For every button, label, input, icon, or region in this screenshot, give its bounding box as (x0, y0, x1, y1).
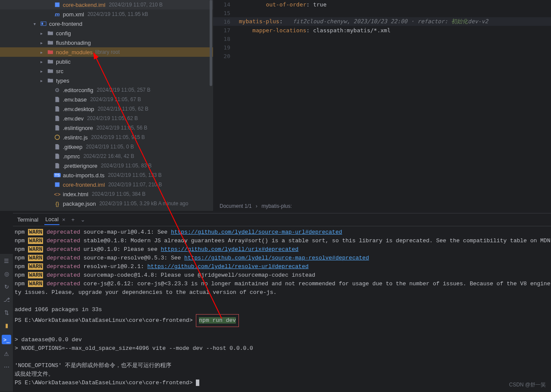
file-name: .env.base (63, 96, 87, 103)
file-name: core-frontend (49, 21, 82, 27)
git-icon[interactable]: ⎇ (3, 296, 10, 303)
chevron-icon[interactable]: ▸ (40, 59, 46, 64)
tree-item-.env.desktop[interactable]: .env.desktop2024/2/19 11:05, 62 B (0, 104, 213, 114)
commit-icon[interactable]: ⇅ (3, 309, 10, 316)
file-meta: 2024/2/19 11:05, 0 B (86, 144, 134, 150)
close-icon[interactable]: × (62, 216, 65, 223)
file-meta: 2024/2/19 11:05, 62 B (87, 115, 138, 121)
chevron-down-icon[interactable]: ⌄ (80, 216, 85, 223)
js-icon (53, 134, 61, 140)
svg-point-3 (55, 135, 60, 140)
tree-item-src[interactable]: ▸src (0, 66, 213, 76)
file-name: types (56, 77, 69, 84)
file-name: public (56, 59, 71, 65)
tree-item-.editorconfig[interactable]: ⚙.editorconfig2024/2/19 11:05, 257 B (0, 85, 213, 95)
folder-icon (46, 59, 54, 65)
terminal-tabs: Terminal Local × + ⌄ (13, 213, 551, 226)
tree-item-.npmrc[interactable]: .npmrc2024/2/22 16:48, 42 B (0, 151, 213, 161)
tree-item-pom.xml[interactable]: mpom.xml2024/2/19 11:05, 11.95 kB (0, 9, 213, 19)
doc-position: Document 1/1 (220, 203, 252, 209)
folder-icon (46, 40, 54, 46)
file-name: .eslintrc.js (63, 134, 88, 141)
line-number: 14 (213, 1, 239, 8)
text-icon (53, 163, 61, 169)
code-line-19[interactable]: 19 (213, 43, 551, 52)
iml-icon (53, 2, 61, 8)
project-tree[interactable]: core-backend.iml2024/2/19 11:07, 210 Bmp… (0, 0, 213, 211)
tree-item-core-frontend.iml[interactable]: core-frontend.iml2024/2/19 11:07, 210 B (0, 180, 213, 189)
tree-item-auto-imports.d.ts[interactable]: TSauto-imports.d.ts2024/2/19 11:05, 133 … (0, 170, 213, 180)
terminal-tab-local[interactable]: Local (44, 214, 59, 225)
file-name: .editorconfig (63, 87, 93, 93)
code-line-15[interactable]: 15 (213, 9, 551, 17)
tree-item-.eslintrc.js[interactable]: .eslintrc.js2024/2/19 11:05, 915 B (0, 133, 213, 142)
file-name: package.json (63, 201, 96, 207)
code-line-14[interactable]: 14 out-of-order: true (213, 0, 551, 9)
file-meta: 2024/2/19 11:05, 133 B (108, 172, 162, 178)
tree-item-.env.dev[interactable]: .env.dev2024/2/19 11:05, 62 B (0, 114, 213, 123)
editor-status-bar: Document 1/1 › mybatis-plus: (220, 203, 292, 209)
structure-icon[interactable]: ☰ (3, 257, 10, 264)
file-meta: 2024/2/19 11:05, 83 B (101, 163, 152, 169)
code-line-17[interactable]: 17 mapper-locations: classpath:mybatis/*… (213, 26, 551, 34)
terminal-icon[interactable]: >_ (2, 335, 11, 344)
chevron-icon[interactable]: ▸ (40, 69, 46, 74)
chevron-icon[interactable]: ▸ (40, 78, 46, 83)
chevron-icon[interactable]: ▸ (40, 31, 46, 36)
html-icon: <> (53, 191, 61, 198)
tree-item-.prettierignore[interactable]: .prettierignore2024/2/19 11:05, 83 B (0, 161, 213, 170)
tree-item-.eslintignore[interactable]: .eslintignore2024/2/19 11:05, 56 B (0, 123, 213, 133)
file-name: .env.desktop (63, 106, 94, 112)
file-name: .eslintignore (63, 125, 93, 131)
text-icon (53, 153, 61, 159)
file-meta: 2024/2/19 11:07, 210 B (108, 182, 162, 188)
file-meta: 2024/2/19 11:05, 3.29 kB A minute ago (99, 201, 189, 207)
file-name: flushbonading (56, 40, 91, 46)
file-name: node_modules (56, 49, 93, 56)
file-name: core-backend.iml (63, 2, 105, 8)
file-name: index.html (63, 191, 88, 198)
text-icon (53, 115, 61, 121)
code-line-18[interactable]: 18 (213, 34, 551, 43)
tree-item-.gitkeep[interactable]: .gitkeep2024/2/19 11:05, 0 B (0, 142, 213, 151)
services-icon[interactable]: ◎ (3, 270, 10, 277)
file-name: .env.dev (63, 115, 84, 122)
tree-item-.env.base[interactable]: .env.base2024/2/19 11:05, 67 B (0, 95, 213, 104)
tree-item-config[interactable]: ▸config (0, 28, 213, 38)
new-terminal-icon[interactable]: + (71, 216, 75, 223)
chevron-icon[interactable]: ▾ (34, 22, 40, 26)
code-line-16[interactable]: 16mybatis-plus: fit2cloud-chenyw, 2023/1… (213, 17, 551, 26)
file-meta: 2024/2/19 11:05, 257 B (97, 87, 151, 93)
tree-item-node_modules[interactable]: ▸node_moduleslibrary root (0, 47, 213, 57)
tree-item-package.json[interactable]: {}package.json2024/2/19 11:05, 3.29 kB A… (0, 199, 213, 208)
problems-icon[interactable]: ⚠ (3, 350, 10, 357)
tree-item-public[interactable]: ▸public (0, 57, 213, 66)
editor[interactable]: 14 out-of-order: true1516mybatis-plus: f… (213, 0, 551, 211)
svg-rect-0 (55, 3, 60, 7)
text-icon (53, 125, 61, 131)
code-line-20[interactable]: 20 (213, 52, 551, 60)
watermark: CSDN @舒一笑 (509, 381, 546, 389)
terminal-tool-label[interactable]: Terminal (17, 216, 38, 223)
chevron-icon[interactable]: ▸ (40, 40, 46, 45)
tree-item-types[interactable]: ▸types (0, 76, 213, 85)
line-number: 16 (213, 19, 239, 25)
folder-icon (46, 68, 54, 74)
tree-scrollbar[interactable] (210, 0, 212, 86)
chevron-icon[interactable]: ▸ (40, 50, 46, 55)
maven-icon: m (53, 11, 61, 18)
folder-icon (46, 30, 54, 36)
tree-item-flushbonading[interactable]: ▸flushbonading (0, 38, 213, 47)
file-name: core-frontend.iml (63, 182, 105, 188)
file-meta: 2024/2/19 11:05, 384 B (92, 191, 145, 197)
tree-item-index.html[interactable]: <>index.html2024/2/19 11:05, 384 B (0, 189, 213, 199)
terminal-output[interactable]: npm WARN deprecated source-map-url@0.4.1… (13, 226, 551, 389)
build-icon[interactable]: ↻ (3, 283, 10, 290)
tree-item-core-frontend[interactable]: ▾core-frontend (0, 19, 213, 28)
tree-item-core-backend.iml[interactable]: core-backend.iml2024/2/19 11:07, 210 B (0, 0, 213, 9)
folder-icon (46, 77, 54, 83)
more-icon[interactable]: ⋯ (3, 363, 10, 370)
db-icon[interactable]: ▮ (3, 322, 10, 329)
breadcrumb: mybatis-plus: (261, 203, 292, 209)
file-name: auto-imports.d.ts (63, 172, 105, 179)
